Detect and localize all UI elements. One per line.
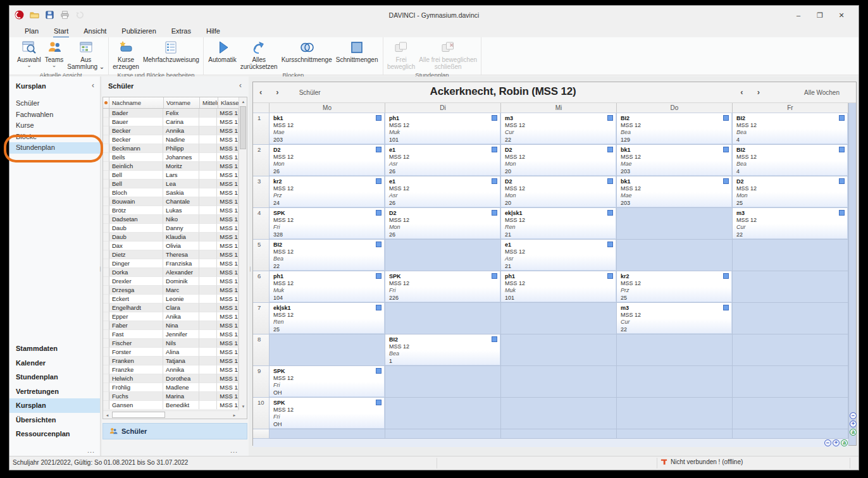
lesson-card[interactable]: BI2MSS 12Bea4 (733, 145, 847, 175)
module-nav-ressourcenplan[interactable]: Ressourcenplan (9, 427, 100, 441)
multi-assign-button[interactable]: Mehrfachzuweisung (141, 39, 201, 63)
timetable-cell-do[interactable] (617, 240, 733, 271)
table-row[interactable]: BeckerNadineMSS 11 (103, 135, 239, 144)
module-nav-stundenplan[interactable]: Stundenplan (9, 370, 100, 384)
timetable-cell-mo[interactable]: bk1MSS 12Mae203 (270, 113, 385, 145)
lesson-card[interactable]: BI2MSS 12Bea4 (733, 113, 847, 144)
ribbon-tab-start[interactable]: Start (46, 26, 76, 37)
timetable-cell-mi[interactable]: ph1MSS 12Muk101 (501, 271, 617, 303)
create-course-button[interactable]: Kurseerzeugen (111, 39, 141, 70)
timetable-cell-mo[interactable]: SPKMSS 12FriOH (270, 366, 385, 398)
zoom-out-vertical-icon[interactable]: − (850, 412, 857, 419)
timetable-cell-di[interactable]: D2MSS 12Mon26 (385, 208, 501, 240)
module-nav-kalender[interactable]: Kalender (9, 356, 100, 371)
sidebar-item-schüler[interactable]: Schüler (9, 98, 100, 109)
timetable-cell-do[interactable] (617, 398, 733, 429)
table-row[interactable]: HelwichDorotheaMSS 11 (103, 374, 239, 383)
table-row[interactable]: BouwainChantaleMSS 11 (103, 197, 239, 206)
lesson-card[interactable]: SPKMSS 12Fri226 (385, 271, 500, 302)
module-nav-vertretungen[interactable]: Vertretungen (9, 384, 100, 399)
table-row[interactable]: BeinlichMoritzMSS 11 (103, 162, 239, 171)
minimize-button[interactable]: – (788, 8, 809, 23)
timetable-cell-mo[interactable]: D2MSS 12Mon26 (270, 145, 385, 176)
module-nav-stammdaten[interactable]: Stammdaten (9, 341, 100, 356)
lesson-card[interactable]: bk1MSS 12Mae203 (617, 145, 731, 175)
timetable-cell-di[interactable]: e1MSS 12Asr26 (385, 145, 501, 176)
undo-button[interactable]: Alleszurücksetzen (239, 39, 280, 70)
table-row[interactable]: BlochSaskiaMSS 11 (103, 188, 239, 197)
table-row[interactable]: BaderFelixMSS 11 (103, 109, 239, 118)
table-row[interactable]: DorkaAlexanderMSS 11 (103, 268, 239, 277)
sidebar-item-blöcke[interactable]: Blöcke (9, 132, 100, 143)
venn-button[interactable]: Kursschnittmenge (280, 39, 334, 63)
vertical-scroll-thumb[interactable] (240, 106, 246, 149)
timetable-cell-di[interactable]: BI2MSS 12Bea1 (385, 334, 501, 366)
lesson-card[interactable]: D2MSS 12Mon25 (733, 176, 847, 207)
zoom-out-horizontal-icon[interactable]: − (824, 439, 831, 446)
lesson-card[interactable]: D2MSS 12Mon20 (501, 176, 616, 207)
sidebar-collapse-icon[interactable]: ‹ (92, 82, 94, 89)
students-tab[interactable]: Schüler (102, 423, 247, 439)
scroll-right-icon[interactable]: ► (230, 411, 239, 419)
timetable-cell-fr[interactable] (733, 303, 848, 334)
students-horizontal-scrollbar[interactable]: ◄ ► (103, 410, 239, 419)
timetable-cell-do[interactable]: bk1MSS 12Mae203 (617, 176, 733, 208)
table-row[interactable]: FrankenTatjanaMSS 11 (103, 357, 239, 365)
timetable-cell-mo[interactable]: SPKMSS 12FriOH (270, 398, 385, 429)
timetable-cell-fr[interactable] (733, 366, 848, 398)
timetable-cell-do[interactable]: m3MSS 12Cur22 (617, 303, 733, 334)
timetable-cell-mo[interactable]: BI2MSS 12Bea22 (270, 240, 385, 271)
table-row[interactable]: DingerFranziskaMSS 11 (103, 259, 239, 268)
timetable-cell-di[interactable] (385, 240, 501, 271)
timetable-cell-mi[interactable]: ek|sk1MSS 12Ren21 (501, 208, 617, 240)
lesson-card[interactable]: bk1MSS 12Mae203 (270, 113, 384, 144)
table-row[interactable]: BellLeaMSS 11 (103, 180, 239, 188)
timetable-cell-mi[interactable] (501, 334, 617, 366)
timetable-cell-di[interactable] (385, 303, 501, 334)
timetable-cell-mo[interactable] (270, 334, 385, 366)
horizontal-scroll-thumb[interactable] (112, 412, 165, 418)
table-row[interactable]: ForsterAlinaMSS 11 (103, 348, 239, 357)
lesson-card[interactable]: kr2MSS 12Prz25 (617, 271, 731, 302)
scroll-up-icon[interactable]: ▲ (239, 97, 247, 106)
sidebar-item-kurse[interactable]: Kurse (9, 120, 100, 132)
lesson-card[interactable]: ek|sk1MSS 12Ren25 (270, 303, 384, 333)
sidebar-item-fachwahlen[interactable]: Fachwahlen (9, 109, 100, 121)
timetable-cell-fr[interactable] (733, 398, 848, 429)
close-button[interactable]: ✕ (831, 8, 852, 23)
lesson-card[interactable]: BI2MSS 12Bea22 (270, 240, 384, 270)
lesson-card[interactable]: bk1MSS 12Mae203 (617, 176, 731, 207)
lesson-card[interactable]: D2MSS 12Mon20 (501, 145, 616, 175)
table-row[interactable]: BauerCarinaMSS 11 (103, 118, 239, 126)
table-row[interactable]: BeckerAnnikaMSS 11 (103, 126, 239, 135)
column-header-klasse[interactable]: Klasse (218, 97, 240, 108)
table-row[interactable]: FastJenniferMSS 11 (103, 330, 239, 339)
play-button[interactable]: Automatik (206, 39, 238, 63)
timetable-cell-fr[interactable] (733, 271, 848, 303)
timetable-cell-do[interactable]: bk1MSS 12Mae203 (617, 145, 733, 176)
table-row[interactable]: BrötzLukasMSS 11 (103, 206, 239, 215)
lesson-card[interactable]: SPKMSS 12FriOH (270, 398, 384, 428)
table-row[interactable]: DrzesgaMarcMSS 11 (103, 286, 239, 295)
auto-fit-horizontal-icon[interactable]: a (841, 439, 848, 446)
timetable-cell-di[interactable]: SPKMSS 12Fri226 (385, 271, 501, 303)
lesson-card[interactable]: D2MSS 12Mon26 (270, 145, 384, 175)
table-row[interactable]: BeckmannPhilippMSS 11 (103, 144, 239, 153)
timetable-cell-mo[interactable]: ek|sk1MSS 12Ren25 (270, 303, 385, 334)
timetable-cell-do[interactable]: kr2MSS 12Prz25 (617, 271, 733, 303)
module-nav-übersichten[interactable]: Übersichten (9, 413, 100, 427)
module-nav-kursplan[interactable]: Kursplan (9, 398, 100, 413)
students-vertical-scrollbar[interactable]: ▲ ▼ (239, 97, 247, 410)
table-row[interactable]: FröhligMadleneMSS 11 (103, 383, 239, 392)
timetable-cell-mo[interactable]: kr2MSS 12Prz24 (270, 176, 385, 208)
timetable-cell-di[interactable]: ph1MSS 12Muk101 (385, 113, 501, 145)
timetable-cell-fr[interactable]: BI2MSS 12Bea4 (733, 113, 848, 145)
table-row[interactable]: DaubKlaudiaMSS 11 (103, 233, 239, 242)
table-row[interactable]: BellLarsMSS 11 (103, 171, 239, 180)
timetable-cell-do[interactable] (617, 208, 733, 240)
timetable-cell-mi[interactable] (501, 366, 617, 398)
intersect-button[interactable]: Schnittmengen (334, 39, 380, 63)
timetable-cell-fr[interactable] (733, 334, 848, 366)
table-row[interactable]: EckertLeonieMSS 11 (103, 295, 239, 303)
table-row[interactable]: FischerNilsMSS 11 (103, 339, 239, 348)
